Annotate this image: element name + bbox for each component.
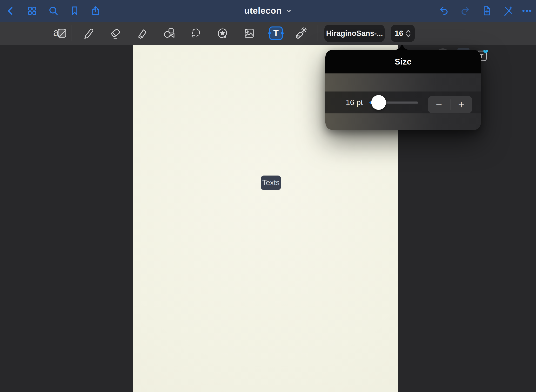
add-page-icon bbox=[481, 5, 492, 16]
redo-icon bbox=[460, 5, 471, 16]
ellipsis-icon bbox=[521, 5, 532, 16]
size-decrease-button[interactable]: − bbox=[428, 96, 450, 113]
document-title[interactable]: utelecon bbox=[244, 6, 282, 16]
more-button[interactable] bbox=[518, 0, 536, 22]
navigation-bar: utelecon bbox=[0, 0, 536, 22]
eraser-tool[interactable] bbox=[108, 26, 123, 41]
font-family-label: HiraginoSans-... bbox=[326, 29, 383, 38]
text-tool-t-glyph: T bbox=[273, 28, 279, 38]
sticker-star-icon bbox=[215, 26, 229, 40]
font-family-button[interactable]: HiraginoSans-... bbox=[324, 25, 385, 42]
popover-band-bottom bbox=[325, 113, 481, 130]
redo-button[interactable] bbox=[456, 0, 474, 22]
undo-icon bbox=[438, 5, 449, 16]
chevron-up-down-icon bbox=[406, 29, 411, 38]
toolbar-separator bbox=[317, 25, 317, 41]
back-chevron-icon bbox=[5, 6, 16, 16]
highlighter-icon bbox=[135, 26, 149, 40]
thumbnails-button[interactable] bbox=[23, 0, 41, 22]
elements-tool[interactable] bbox=[215, 26, 230, 41]
share-button[interactable] bbox=[87, 0, 105, 22]
letter-a-glyph: a bbox=[53, 27, 59, 38]
popover-arrow bbox=[393, 44, 411, 50]
search-button[interactable] bbox=[44, 0, 63, 22]
size-slider-row: 16 pt − + bbox=[325, 91, 481, 113]
tool-bar: a bbox=[0, 22, 536, 45]
title-chevron-down-icon[interactable] bbox=[286, 8, 292, 14]
pen-icon bbox=[81, 26, 95, 40]
letter-a-page-icon: a bbox=[54, 26, 68, 40]
text-object[interactable]: Texts bbox=[261, 176, 281, 190]
heart-icon bbox=[483, 50, 488, 53]
font-size-value: 16 bbox=[395, 29, 403, 38]
size-popover-panel: Size 16 pt − + bbox=[325, 50, 481, 130]
laser-pointer-tool[interactable] bbox=[293, 26, 308, 41]
photo-icon bbox=[242, 26, 256, 40]
stylus-mode-button[interactable] bbox=[499, 0, 517, 22]
laser-pointer-icon bbox=[294, 26, 308, 40]
size-value-label: 16 pt bbox=[337, 91, 371, 113]
shapes-icon bbox=[162, 26, 176, 40]
search-icon bbox=[48, 5, 59, 16]
lasso-tool[interactable] bbox=[188, 26, 203, 41]
popover-header: Size bbox=[325, 50, 481, 73]
add-page-button[interactable] bbox=[478, 0, 496, 22]
highlighter-tool[interactable] bbox=[134, 26, 150, 41]
size-stepper: − + bbox=[428, 96, 472, 113]
eraser-icon bbox=[108, 26, 122, 40]
size-increase-button[interactable]: + bbox=[450, 96, 472, 113]
text-object-label: Texts bbox=[262, 178, 280, 187]
pencil-x-icon bbox=[502, 5, 514, 16]
font-size-button[interactable]: 16 bbox=[391, 25, 415, 42]
selection-handle-right bbox=[281, 32, 284, 35]
shapes-tool[interactable] bbox=[161, 26, 177, 41]
bookmark-icon bbox=[69, 5, 80, 16]
back-button[interactable] bbox=[1, 0, 20, 22]
text-tool-selected[interactable]: T bbox=[269, 26, 283, 40]
image-tool[interactable] bbox=[241, 26, 257, 41]
bookmark-button[interactable] bbox=[66, 0, 84, 22]
app-window: utelecon bbox=[0, 0, 536, 392]
popover-band-top bbox=[325, 73, 481, 91]
size-slider-thumb[interactable] bbox=[371, 95, 386, 110]
lasso-icon bbox=[189, 26, 203, 40]
popover-title: Size bbox=[395, 57, 411, 66]
pen-tool[interactable] bbox=[81, 26, 96, 41]
toolbar-separator bbox=[72, 25, 72, 41]
size-slider-track[interactable] bbox=[369, 101, 418, 104]
selection-handle-left bbox=[268, 32, 271, 35]
grid-view-icon bbox=[27, 5, 38, 16]
handwriting-recognition-tool[interactable]: a bbox=[53, 26, 69, 41]
share-icon bbox=[90, 5, 101, 16]
undo-button[interactable] bbox=[435, 0, 453, 22]
